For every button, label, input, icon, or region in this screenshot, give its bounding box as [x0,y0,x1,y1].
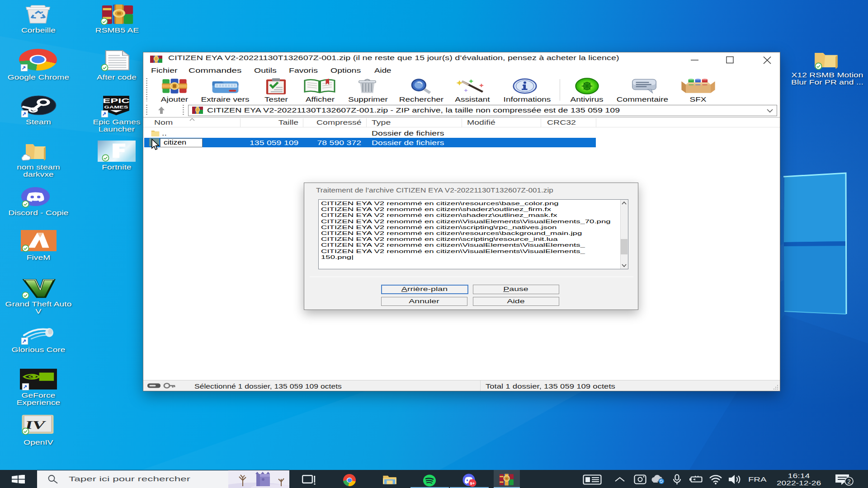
svg-text:9+: 9+ [470,481,475,486]
svg-text:2: 2 [847,478,850,485]
svg-text:GAMES: GAMES [104,105,128,109]
svg-text:EPIC: EPIC [103,97,129,105]
